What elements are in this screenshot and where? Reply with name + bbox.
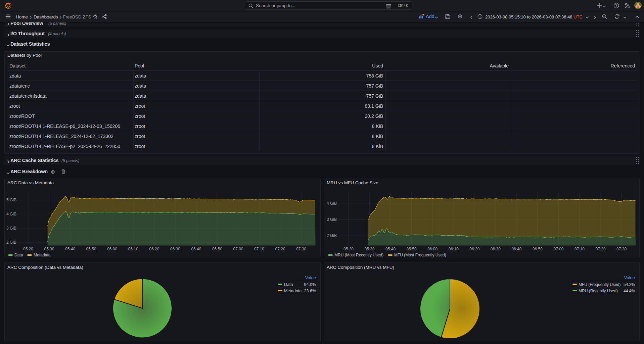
svg-text:06:10: 06:10 — [128, 247, 138, 251]
svg-text:06:30: 06:30 — [170, 247, 180, 251]
svg-text:06:10: 06:10 — [449, 247, 459, 251]
svg-text:05:40: 05:40 — [385, 247, 396, 251]
svg-text:05:50: 05:50 — [86, 247, 96, 251]
svg-text:06:20: 06:20 — [469, 247, 479, 251]
svg-text:07:20: 07:20 — [275, 247, 285, 251]
svg-text:06:50: 06:50 — [212, 247, 222, 251]
svg-text:07:00: 07:00 — [553, 247, 563, 251]
svg-text:05:20: 05:20 — [23, 247, 33, 251]
svg-text:4 GiB: 4 GiB — [6, 212, 16, 216]
svg-text:06:00: 06:00 — [107, 247, 117, 251]
svg-text:05:30: 05:30 — [44, 247, 54, 251]
svg-text:07:30: 07:30 — [616, 247, 627, 251]
svg-text:05:50: 05:50 — [407, 247, 417, 251]
svg-text:3 GiB: 3 GiB — [6, 226, 16, 231]
svg-text:06:40: 06:40 — [191, 247, 201, 251]
svg-text:05:40: 05:40 — [65, 247, 75, 251]
svg-text:05:20: 05:20 — [343, 247, 354, 251]
svg-text:07:00: 07:00 — [233, 247, 243, 251]
svg-text:06:20: 06:20 — [149, 247, 159, 251]
svg-text:07:30: 07:30 — [296, 247, 306, 251]
svg-text:06:40: 06:40 — [511, 247, 521, 251]
svg-text:2 GiB: 2 GiB — [327, 233, 337, 238]
svg-text:07:10: 07:10 — [254, 247, 264, 251]
svg-text:5 GiB: 5 GiB — [6, 198, 16, 202]
svg-text:3 GiB: 3 GiB — [327, 217, 337, 222]
svg-text:06:30: 06:30 — [491, 247, 501, 251]
svg-text:4 GiB: 4 GiB — [327, 201, 337, 206]
svg-text:2 GiB: 2 GiB — [6, 240, 16, 245]
svg-text:06:50: 06:50 — [533, 247, 543, 251]
svg-text:06:00: 06:00 — [427, 247, 438, 251]
svg-text:05:30: 05:30 — [365, 247, 375, 251]
svg-text:07:20: 07:20 — [596, 247, 606, 251]
svg-text:07:10: 07:10 — [574, 247, 585, 251]
